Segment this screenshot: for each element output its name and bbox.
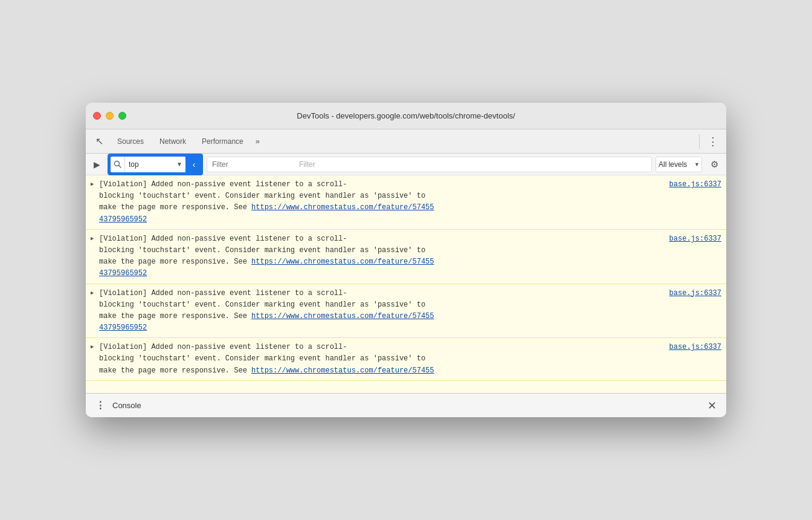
divider [699, 134, 700, 149]
console-toolbar: ▶ top ▼ ‹ Filter All level [86, 154, 726, 175]
console-content: base.js:6337 [Violation] Added non-passi… [86, 175, 726, 393]
log-level-wrapper: All levels Verbose Info Warnings Errors … [656, 157, 702, 172]
log-text-line1: [Violation] Added non-passive event list… [99, 288, 721, 299]
devtools-window: DevTools - developers.google.com/web/too… [86, 103, 726, 417]
log-text-line3: make the page more responsive. See https… [99, 311, 721, 322]
tab-performance[interactable]: Performance [195, 135, 251, 148]
traffic-lights [93, 112, 126, 120]
log-text-line3: make the page more responsive. See https… [99, 365, 721, 377]
log-text-line1: [Violation] Added non-passive event list… [99, 342, 721, 353]
inspector-icon: ↖ [95, 135, 103, 147]
bottom-title: Console [112, 401, 141, 410]
log-link[interactable]: https://www.chromestatus.com/feature/574… [251, 258, 434, 266]
run-button[interactable]: ▶ [89, 157, 104, 172]
tab-sources[interactable]: Sources [110, 135, 151, 148]
log-text-line2: blocking 'touchstart' event. Consider ma… [99, 245, 721, 256]
log-link[interactable]: https://www.chromestatus.com/feature/574… [251, 312, 434, 320]
log-text-line2: blocking 'touchstart' event. Consider ma… [99, 299, 721, 311]
close-console-button[interactable]: ✕ [704, 398, 719, 413]
run-icon: ▶ [94, 160, 100, 169]
log-source-link[interactable]: base.js:6337 [669, 288, 721, 299]
log-text-line2: blocking 'touchstart' event. Consider ma… [99, 190, 721, 202]
log-entry: base.js:6337 [Violation] Added non-passi… [86, 284, 726, 339]
more-tabs-button[interactable]: » [252, 134, 263, 148]
log-text-line4: 43795965952 [99, 322, 721, 334]
bottom-menu-icon[interactable]: ⋮ [93, 398, 108, 413]
log-source-link[interactable]: base.js:6337 [669, 233, 721, 245]
devtools-toolbar: ↖ Sources Network Performance » ⋮ [86, 129, 726, 154]
three-dots-icon: ⋮ [95, 400, 106, 411]
tab-network[interactable]: Network [152, 135, 193, 148]
log-source-link[interactable]: base.js:6337 [669, 342, 721, 353]
log-text-line4: 43795965952 [99, 268, 721, 279]
close-button[interactable] [93, 112, 101, 120]
log-text-line3: make the page more responsive. See https… [99, 256, 721, 268]
svg-line-1 [119, 166, 121, 168]
window-title: DevTools - developers.google.com/web/too… [297, 111, 515, 120]
console-settings-button[interactable]: ⚙ [706, 156, 723, 173]
log-text-line3: make the page more responsive. See https… [99, 202, 721, 213]
log-entry: base.js:6337 [Violation] Added non-passi… [86, 175, 726, 230]
log-link-cont[interactable]: 43795965952 [99, 323, 147, 332]
dropdown-arrow-icon[interactable]: ▼ [173, 157, 185, 172]
log-link[interactable]: https://www.chromestatus.com/feature/574… [251, 203, 434, 212]
log-text-line2: blocking 'touchstart' event. Consider ma… [99, 353, 721, 365]
nav-prev-icon[interactable]: ‹ [188, 157, 200, 172]
context-selector-wrapper[interactable]: top ▼ ‹ [108, 154, 203, 175]
minimize-button[interactable] [106, 112, 114, 120]
inspector-button[interactable]: ↖ [91, 133, 108, 150]
log-level-select[interactable]: All levels Verbose Info Warnings Errors [656, 157, 702, 172]
maximize-button[interactable] [118, 112, 126, 120]
filter-input[interactable] [207, 157, 652, 172]
devtools-menu-button[interactable]: ⋮ [704, 133, 721, 150]
context-select[interactable]: top [125, 157, 173, 172]
log-source-link[interactable]: base.js:6337 [669, 179, 721, 190]
settings-icon: ⚙ [710, 159, 718, 170]
bottom-bar: ⋮ Console ✕ [86, 393, 726, 417]
toolbar-tabs: Sources Network Performance » [110, 134, 694, 148]
log-text-line4: 43795965952 [99, 214, 721, 226]
log-link-cont[interactable]: 43795965952 [99, 215, 147, 224]
title-bar: DevTools - developers.google.com/web/too… [86, 103, 726, 129]
close-icon: ✕ [707, 399, 717, 412]
log-text-line1: [Violation] Added non-passive event list… [99, 179, 721, 190]
log-link[interactable]: https://www.chromestatus.com/feature/574… [251, 366, 434, 375]
context-selector-inner: top ▼ [111, 157, 185, 172]
log-link-cont[interactable]: 43795965952 [99, 269, 147, 278]
log-entry: base.js:6337 [Violation] Added non-passi… [86, 230, 726, 284]
search-icon [111, 157, 125, 172]
log-entry: base.js:6337 [Violation] Added non-passi… [86, 338, 726, 381]
log-text-line1: [Violation] Added non-passive event list… [99, 233, 721, 245]
